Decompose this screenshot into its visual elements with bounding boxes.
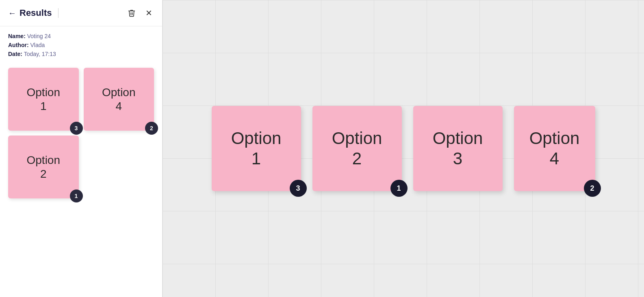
canvas-option-2: Option2 1 bbox=[312, 106, 402, 191]
name-value: Voting 24 bbox=[27, 33, 51, 39]
name-label: Name: bbox=[8, 33, 26, 39]
close-button[interactable]: ✕ bbox=[144, 6, 154, 19]
delete-button[interactable] bbox=[126, 7, 137, 19]
canvas-option-4-badge: 2 bbox=[584, 180, 601, 197]
author-label: Author: bbox=[8, 42, 29, 48]
close-icon: ✕ bbox=[145, 8, 152, 18]
author-row: Author: Vlada bbox=[8, 42, 154, 48]
sidebar-option-1-text: Option1 bbox=[27, 86, 61, 113]
date-label: Date: bbox=[8, 51, 22, 57]
canvas-option-1-text: Option1 bbox=[231, 128, 282, 169]
sidebar-option-1-badge: 3 bbox=[70, 122, 83, 135]
sidebar-option-4-badge: 2 bbox=[145, 122, 158, 135]
sidebar-option-4: Option4 2 bbox=[84, 68, 154, 131]
sidebar-title: Results bbox=[20, 8, 52, 18]
header-actions: ✕ bbox=[126, 6, 154, 19]
canvas-option-3: Option3 bbox=[413, 106, 503, 191]
sidebar-option-2: Option2 1 bbox=[8, 136, 79, 198]
back-button[interactable]: ← Results bbox=[8, 8, 52, 18]
canvas-option-2-text: Option2 bbox=[332, 128, 382, 169]
canvas-option-1: Option1 3 bbox=[212, 106, 301, 191]
header-divider bbox=[58, 8, 59, 18]
sidebar: ← Results ✕ Name: Voting 24 Autho bbox=[0, 0, 163, 297]
canvas-option-4: Option4 2 bbox=[514, 106, 595, 191]
meta-info: Name: Voting 24 Author: Vlada Date: Toda… bbox=[0, 26, 162, 64]
sidebar-options-grid: Option1 3 Option4 2 Option2 1 bbox=[0, 64, 162, 202]
back-arrow-icon: ← bbox=[8, 9, 16, 18]
canvas-option-2-badge: 1 bbox=[390, 180, 408, 197]
canvas-option-1-badge: 3 bbox=[290, 180, 307, 197]
sidebar-option-2-badge: 1 bbox=[70, 189, 83, 202]
sidebar-header: ← Results ✕ bbox=[0, 0, 162, 26]
main-canvas: Option1 3 Option2 1 Option3 Option4 2 bbox=[163, 0, 644, 297]
sidebar-option-1: Option1 3 bbox=[8, 68, 79, 131]
canvas-option-4-text: Option4 bbox=[529, 128, 580, 169]
canvas-cards: Option1 3 Option2 1 Option3 Option4 2 bbox=[163, 0, 644, 297]
sidebar-option-4-text: Option4 bbox=[102, 86, 136, 113]
name-row: Name: Voting 24 bbox=[8, 33, 154, 39]
sidebar-option-2-text: Option2 bbox=[27, 153, 61, 181]
author-value: Vlada bbox=[30, 42, 45, 48]
date-value: Today, 17:13 bbox=[24, 51, 56, 57]
date-row: Date: Today, 17:13 bbox=[8, 51, 154, 57]
canvas-option-3-text: Option3 bbox=[433, 128, 483, 169]
trash-icon bbox=[128, 9, 136, 17]
